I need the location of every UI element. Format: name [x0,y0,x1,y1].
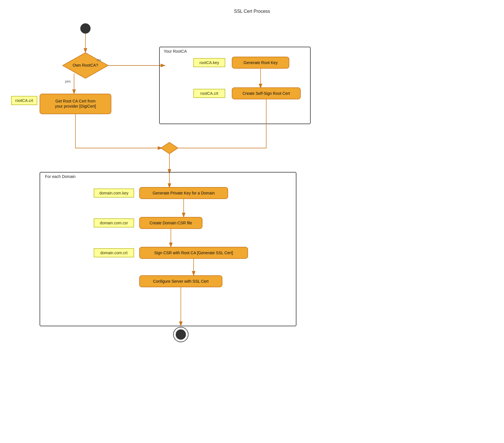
no-label: no [97,58,101,62]
rootca-crt-left-label: rootCA.crt [15,98,33,103]
diagram-title: SSL Cert Process [234,9,270,14]
merge-diamond [161,142,178,154]
domain-key-label: domain.com.key [99,191,128,195]
for-each-domain-title: For each Domain [45,174,75,179]
arrow-get-ca-to-merge [75,114,162,148]
rootca-key-label: rootCA.key [199,60,219,65]
domain-csr-label: domain.com.csr [100,221,128,225]
diagram-container: SSL Cert Process Own RootCA? yes no Get … [0,0,504,443]
generate-root-key-label: Generate Root Key [243,60,278,65]
end-node-inner [176,329,186,340]
gen-private-key-label: Generate Private Key for a Domain [153,191,215,195]
start-node [80,23,91,34]
create-domain-csr-label: Create Domain CSR file [149,221,192,225]
domain-crt-label: domain.com.crt [100,251,128,255]
get-root-ca-label2: your provider [DigiCert] [55,104,96,108]
get-root-ca-label: Get Root CA Cert from [56,99,96,103]
configure-server-label: Configure Server with SSL Cert [153,279,209,284]
sign-csr-label: Sign CSR with Root CA [Generate SSL Cert… [154,251,233,255]
yes-label: yes [65,79,71,83]
decision-label: Own RootCA? [73,63,98,67]
rootca-crt-right-label: rootCA.crt [200,91,218,96]
create-self-sign-label: Create Self-Sign Root Cert [243,91,290,96]
your-rootca-title: Your RootCA [164,49,187,54]
